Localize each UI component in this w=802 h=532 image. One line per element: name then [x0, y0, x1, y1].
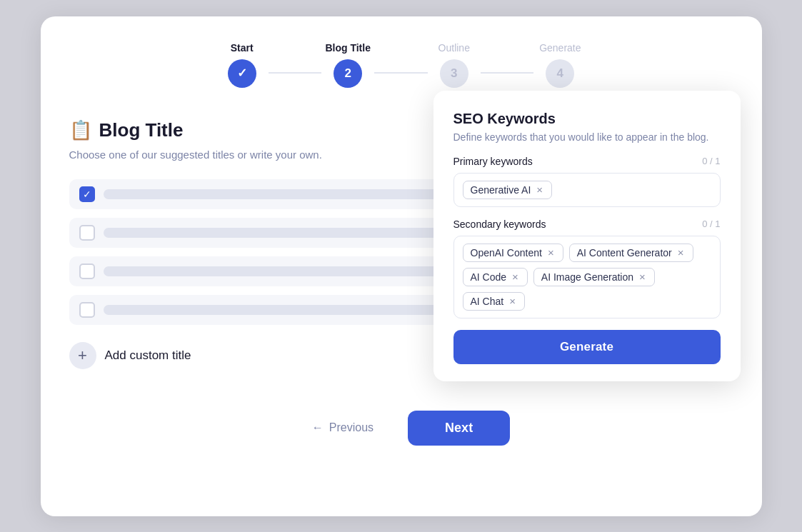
step-generate-circle: 4 — [546, 59, 574, 88]
secondary-tag-ai-image-text: AI Image Generation — [541, 271, 633, 283]
step-blog-title-num: 2 — [344, 66, 351, 81]
step-line-2 — [374, 72, 427, 74]
step-generate-label: Generate — [539, 42, 581, 54]
checkbox-1[interactable]: ✓ — [79, 186, 95, 202]
primary-keywords-input[interactable]: Generative AI × — [453, 173, 721, 207]
primary-keywords-label: Primary keywords — [453, 156, 533, 167]
secondary-tag-ai-code-remove[interactable]: × — [511, 271, 520, 282]
secondary-tag-ai-image-remove[interactable]: × — [638, 271, 647, 282]
step-line-3 — [481, 72, 533, 74]
step-blog-title-circle: 2 — [334, 59, 362, 88]
primary-keywords-header: Primary keywords 0 / 1 — [453, 156, 721, 167]
seo-popup-title: SEO Keywords — [453, 111, 721, 127]
generate-button[interactable]: Generate — [453, 330, 721, 364]
step-outline-num: 3 — [451, 66, 457, 81]
add-custom-label: Add custom title — [105, 348, 191, 363]
secondary-tag-ai-chat: AI Chat × — [463, 292, 525, 311]
add-custom-plus-btn[interactable]: + — [69, 342, 96, 369]
step-blog-title-label: Blog Title — [325, 42, 371, 54]
secondary-keywords-input[interactable]: OpenAI Content × AI Content Generator × … — [453, 236, 721, 318]
secondary-tag-ai-chat-text: AI Chat — [471, 296, 504, 307]
secondary-tag-openai-text: OpenAI Content — [471, 247, 542, 259]
previous-button[interactable]: ← Previous — [292, 413, 394, 443]
step-generate-num: 4 — [557, 66, 563, 81]
secondary-tag-ai-chat-remove[interactable]: × — [508, 296, 517, 306]
primary-tag-generative-ai-remove[interactable]: × — [535, 184, 544, 195]
next-button[interactable]: Next — [408, 411, 510, 446]
secondary-tag-ai-content-remove[interactable]: × — [676, 247, 686, 258]
primary-tag-generative-ai-text: Generative AI — [471, 184, 531, 196]
checkbox-4[interactable] — [79, 302, 95, 318]
secondary-tag-ai-content-generator: AI Content Generator × — [569, 244, 693, 262]
step-start-circle — [228, 59, 256, 88]
primary-keywords-count: 0 / 1 — [702, 156, 720, 166]
secondary-keywords-header: Secondary keywords 0 / 1 — [453, 219, 721, 230]
prev-arrow-icon: ← — [312, 421, 324, 434]
step-outline-label: Outline — [438, 42, 470, 54]
secondary-tag-ai-code-text: AI Code — [471, 271, 507, 283]
stepper: Start Blog Title 2 Outline 3 — [69, 42, 733, 88]
main-card: Start Blog Title 2 Outline 3 — [41, 16, 762, 516]
checkbox-2[interactable] — [79, 225, 95, 241]
seo-popup: SEO Keywords Define keywords that you wo… — [433, 91, 741, 381]
content-area: 📋 Blog Title Choose one of our suggested… — [69, 119, 733, 369]
bottom-nav: ← Previous Next — [69, 403, 733, 446]
title-bar-4 — [104, 305, 467, 315]
secondary-keywords-label: Secondary keywords — [453, 219, 546, 230]
secondary-tag-openai-remove[interactable]: × — [546, 247, 556, 258]
blog-title-heading: Blog Title — [99, 119, 184, 141]
step-blog-title: Blog Title 2 — [321, 42, 374, 88]
step-outline-circle: 3 — [440, 59, 468, 88]
blog-icon: 📋 — [69, 119, 92, 141]
secondary-tag-openai-content: OpenAI Content × — [463, 244, 563, 262]
secondary-keywords-count: 0 / 1 — [702, 219, 720, 229]
step-start-label: Start — [231, 42, 254, 54]
secondary-tag-ai-code: AI Code × — [463, 268, 528, 286]
step-generate: Generate 4 — [533, 42, 586, 88]
primary-tag-generative-ai: Generative AI × — [463, 181, 553, 199]
secondary-tag-ai-content-text: AI Content Generator — [577, 247, 672, 259]
step-line-1 — [269, 72, 321, 74]
seo-popup-description: Define keywords that you would like to a… — [453, 131, 721, 143]
secondary-tag-ai-image-generation: AI Image Generation × — [533, 268, 655, 286]
step-start: Start — [216, 42, 269, 88]
step-start-check — [237, 66, 247, 81]
checkbox-3[interactable] — [79, 264, 95, 279]
step-outline: Outline 3 — [428, 42, 481, 88]
prev-button-label: Previous — [329, 421, 374, 434]
